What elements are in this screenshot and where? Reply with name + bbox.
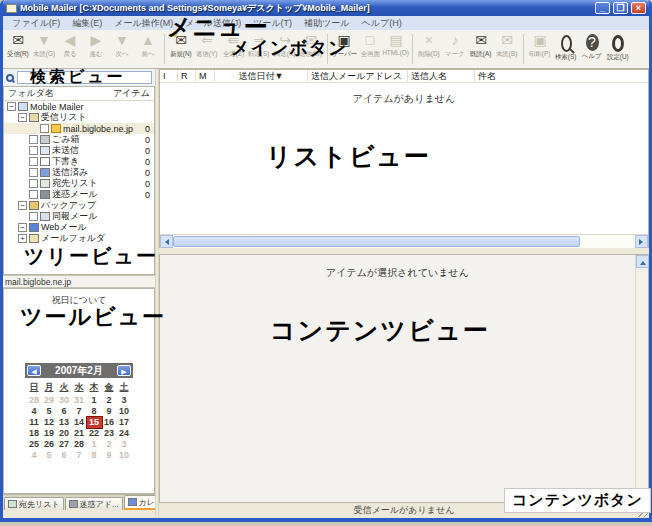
calendar-day[interactable]: 10	[117, 406, 132, 417]
settings-button[interactable]: 設定(U)	[605, 31, 631, 62]
calendar-day[interactable]: 16	[102, 417, 117, 428]
scroll-left-icon[interactable]	[160, 235, 173, 248]
calendar-day[interactable]: 11	[27, 417, 42, 428]
calendar-selected-day[interactable]: 15	[87, 417, 102, 428]
collapse-icon[interactable]: −	[18, 201, 27, 210]
calendar-next-button[interactable]: ▶	[117, 365, 131, 376]
calendar-day[interactable]: 6	[57, 406, 72, 417]
column-header-2[interactable]: M	[196, 70, 215, 83]
prev-button[interactable]: ▲前へ	[135, 31, 161, 59]
folder-checkbox[interactable]	[29, 190, 38, 199]
calendar-day[interactable]: 1	[87, 395, 102, 406]
collapse-icon[interactable]: −	[7, 102, 16, 111]
folder-count: 0	[145, 124, 150, 134]
calendar-day[interactable]: 1	[87, 439, 102, 450]
folder-checkbox[interactable]	[29, 146, 38, 155]
folder-checkbox[interactable]	[40, 124, 49, 133]
menu-item-1[interactable]: 編集(E)	[66, 17, 108, 30]
tab-junk-address[interactable]: 迷惑アド...	[65, 497, 123, 510]
calendar-prev-button[interactable]: ◀	[27, 365, 41, 376]
forward-button[interactable]: ▶進む	[83, 31, 109, 59]
calendar-day[interactable]: 19	[42, 428, 57, 439]
expand-icon[interactable]: +	[18, 234, 27, 243]
calendar-day[interactable]: 9	[102, 450, 117, 461]
menu-item-5[interactable]: 補助ツール	[298, 17, 355, 30]
calendar-day[interactable]: 24	[117, 428, 132, 439]
folder-checkbox[interactable]	[29, 168, 38, 177]
folder-checkbox[interactable]	[29, 135, 38, 144]
calendar-day[interactable]: 29	[42, 395, 57, 406]
calendar-day[interactable]: 7	[72, 406, 87, 417]
calendar-day[interactable]: 21	[72, 428, 87, 439]
calendar-day[interactable]: 3	[117, 439, 132, 450]
scroll-right-icon[interactable]	[635, 235, 648, 248]
print-button[interactable]: ▣印刷(P)	[527, 31, 553, 59]
calendar-day[interactable]: 2	[102, 439, 117, 450]
column-header-4[interactable]: 送信人メールアドレス	[308, 70, 408, 83]
calendar-day[interactable]: 26	[42, 439, 57, 450]
unread-next-button[interactable]: ▼未読(G)	[31, 31, 57, 59]
folder-checkbox[interactable]	[29, 157, 38, 166]
calendar-day[interactable]: 14	[72, 417, 87, 428]
calendar-day[interactable]: 5	[42, 450, 57, 461]
column-header-1[interactable]: R	[178, 70, 196, 83]
item-count-column-header[interactable]: アイテム	[113, 87, 150, 100]
receive-button[interactable]: ✉受信(R)	[5, 31, 31, 59]
next-button[interactable]: ▼次へ	[109, 31, 135, 59]
calendar-day[interactable]: 30	[57, 395, 72, 406]
calendar-day[interactable]: 2	[102, 395, 117, 406]
calendar-day[interactable]: 25	[27, 439, 42, 450]
html-button[interactable]: ▤HTML(O)	[383, 31, 409, 56]
fullscreen-button[interactable]: □全画面	[357, 31, 383, 59]
scrollbar-thumb[interactable]	[173, 236, 580, 247]
calendar-day[interactable]: 8	[87, 450, 102, 461]
unread-button[interactable]: ✉未読(B)	[494, 31, 520, 59]
calendar-day[interactable]: 7	[72, 450, 87, 461]
tab-address-list[interactable]: 宛先リスト	[4, 497, 64, 510]
calendar-day[interactable]: 31	[72, 395, 87, 406]
calendar-day[interactable]: 6	[57, 450, 72, 461]
minimize-button[interactable]: _	[595, 2, 610, 14]
calendar-day[interactable]: 4	[27, 406, 42, 417]
column-header-0[interactable]: I	[160, 70, 178, 83]
help-button[interactable]: ?ヘルプ	[579, 31, 605, 61]
calendar-day[interactable]: 12	[42, 417, 57, 428]
calendar-day[interactable]: 23	[102, 428, 117, 439]
read-button[interactable]: ✉既読(A)	[468, 31, 494, 59]
maximize-button[interactable]: ❐	[613, 2, 628, 14]
mark-button[interactable]: ♪マーク	[442, 31, 468, 59]
calendar-day[interactable]: 9	[102, 406, 117, 417]
scrollbar-track[interactable]	[173, 235, 635, 248]
tree-item-1[interactable]: −受信リスト	[4, 112, 154, 123]
folder-checkbox[interactable]	[29, 179, 38, 188]
calendar-day[interactable]: 13	[57, 417, 72, 428]
folder-checkbox[interactable]	[29, 212, 38, 221]
column-header-3[interactable]: 送信日付▼	[215, 70, 308, 83]
calendar-day[interactable]: 18	[27, 428, 42, 439]
collapse-icon[interactable]: −	[18, 113, 27, 122]
calendar-day[interactable]: 20	[57, 428, 72, 439]
folder-name-column-header[interactable]: フォルダ名	[8, 87, 54, 100]
menu-item-6[interactable]: ヘルプ(H)	[356, 17, 408, 30]
calendar-day[interactable]: 22	[87, 428, 102, 439]
close-button[interactable]: ×	[631, 2, 646, 14]
delete-button[interactable]: ×削除(D)	[416, 31, 442, 59]
calendar-day[interactable]: 5	[42, 406, 57, 417]
calendar-day[interactable]: 3	[117, 395, 132, 406]
scroll-up-icon[interactable]	[636, 255, 649, 268]
calendar-day[interactable]: 17	[117, 417, 132, 428]
calendar-day[interactable]: 28	[72, 439, 87, 450]
search-icon[interactable]	[6, 74, 14, 82]
back-button[interactable]: ◀戻る	[57, 31, 83, 59]
tree-item-3[interactable]: ごみ箱0	[4, 134, 154, 145]
column-header-5[interactable]: 送信人名	[408, 70, 475, 83]
search-button[interactable]: 検索(S)	[553, 31, 579, 62]
calendar-day[interactable]: 4	[27, 450, 42, 461]
calendar-day[interactable]: 28	[27, 395, 42, 406]
calendar-day[interactable]: 8	[87, 406, 102, 417]
menu-item-0[interactable]: ファイル(F)	[6, 17, 66, 30]
collapse-icon[interactable]: −	[18, 223, 27, 232]
column-header-6[interactable]: 件名	[475, 70, 648, 83]
calendar-day[interactable]: 10	[117, 450, 132, 461]
calendar-day[interactable]: 27	[57, 439, 72, 450]
